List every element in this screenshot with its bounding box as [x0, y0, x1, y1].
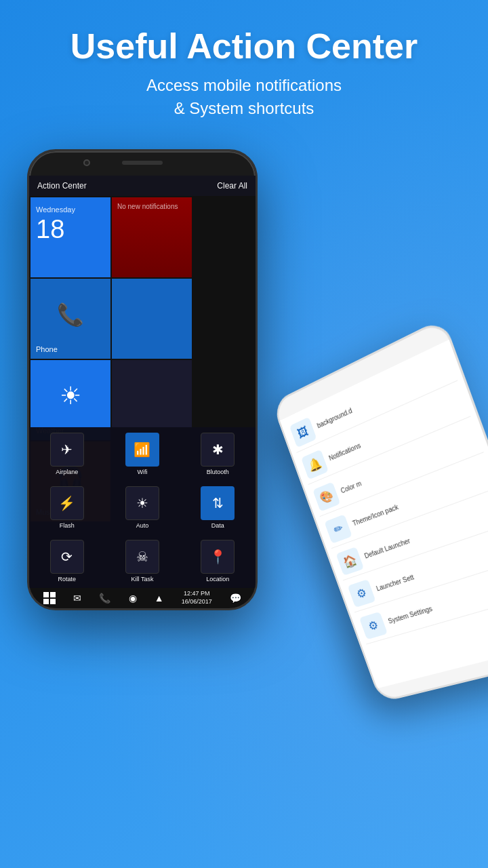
phone-tile-label: Phone	[36, 345, 58, 353]
toggle-killtask[interactable]: ☠ Kill Task	[121, 537, 163, 585]
flash-btn[interactable]: ⚡	[50, 486, 84, 520]
wifi-btn[interactable]: 📶	[125, 433, 159, 467]
notifications-label: Notifications	[328, 441, 362, 462]
toggle-row-2: ⚡ Flash ☀ Auto ⇅ Data	[29, 481, 256, 534]
auto-btn[interactable]: ☀	[125, 486, 159, 520]
up-arrow-icon[interactable]: ▲	[155, 593, 164, 604]
toggle-auto[interactable]: ☀ Auto	[121, 484, 163, 532]
location-label: Location	[206, 576, 229, 583]
rotate-label: Rotate	[58, 576, 76, 583]
color-icon-box: 🎨	[312, 481, 340, 511]
background-label: background.d	[316, 406, 353, 429]
taskbar-date: 16/06/2017	[182, 598, 212, 606]
flash-label: Flash	[60, 522, 75, 529]
messages-icon[interactable]: 💬	[230, 593, 241, 604]
toggle-bluetooth[interactable]: ✱ Blutooth	[197, 430, 239, 478]
location-btn[interactable]: 📍	[201, 540, 235, 574]
tile-day: Wednesday	[36, 205, 75, 214]
windows-logo-icon[interactable]	[43, 592, 56, 604]
page-subtitle: Access mobile notifications & System sho…	[0, 74, 488, 119]
bluetooth-btn[interactable]: ✱	[201, 433, 235, 467]
launcher-icon-box: 🏠	[336, 547, 365, 576]
calendar-tile[interactable]: Wednesday 18	[30, 197, 110, 277]
notifications-icon-box: 🔔	[301, 450, 329, 480]
background-icon-box: 🖼	[289, 417, 317, 448]
toggle-row-3: ⟳ Rotate ☠ Kill Task 📍 Location	[29, 534, 256, 588]
weather-icon: ☀	[60, 382, 81, 410]
mail-icon[interactable]: ✉	[73, 593, 81, 604]
notification-tile: No new notifications	[112, 197, 192, 277]
color-label: Color m	[340, 479, 362, 494]
phone-taskbar-icon[interactable]: 📞	[99, 593, 110, 604]
toggle-location[interactable]: 📍 Location	[197, 537, 239, 585]
phone-body: Action Center Clear All Wednesday 18 No …	[27, 149, 258, 610]
page-title: Useful Action Center	[0, 27, 488, 66]
taskbar-time: 12:47 PM	[182, 590, 212, 598]
action-center-bar: Action Center Clear All	[29, 176, 256, 196]
header-section: Useful Action Center Access mobile notif…	[0, 0, 488, 119]
killtask-label: Kill Task	[131, 576, 154, 583]
action-center-label: Action Center	[37, 181, 87, 191]
launcher-label: Default Launcher	[363, 536, 411, 559]
bluetooth-label: Blutooth	[207, 469, 229, 475]
clear-all-button[interactable]: Clear All	[217, 181, 247, 191]
tile-date: 18	[36, 216, 64, 242]
launcher-settings-icon-box: ⚙	[348, 579, 376, 608]
browser-icon[interactable]: ◉	[129, 593, 137, 604]
toggle-wifi[interactable]: 📶 Wifi	[121, 430, 163, 478]
toggle-airplane[interactable]: ✈ Airplane	[46, 430, 88, 478]
notif-message: No new notifications	[117, 203, 186, 210]
time-display: 12:47 PM 16/06/2017	[182, 590, 212, 606]
toggle-flash[interactable]: ⚡ Flash	[46, 484, 88, 532]
launcher-settings-label: Launcher Sett	[375, 573, 415, 592]
phone-screen: Action Center Clear All Wednesday 18 No …	[29, 176, 256, 588]
phone-tile[interactable]: 📞 Phone	[30, 279, 110, 359]
phone-camera	[83, 159, 90, 166]
phone-icon: 📞	[57, 302, 84, 328]
empty-tile	[112, 279, 192, 359]
toggle-data[interactable]: ⇅ Data	[197, 484, 239, 532]
theme-label: Theme/Icon pack	[352, 503, 399, 527]
quick-toggles-panel: ✈ Airplane 📶 Wifi ✱ Blutooth ⚡	[29, 427, 256, 588]
airplane-label: Airplane	[56, 469, 78, 475]
rotate-btn[interactable]: ⟳	[50, 540, 84, 574]
toggle-row-1: ✈ Airplane 📶 Wifi ✱ Blutooth	[29, 427, 256, 481]
system-label: System Settings	[387, 605, 433, 625]
toggle-rotate[interactable]: ⟳ Rotate	[46, 537, 88, 585]
killtask-btn[interactable]: ☠	[125, 540, 159, 574]
data-btn[interactable]: ⇅	[201, 486, 235, 520]
wifi-label: Wifi	[137, 469, 147, 475]
auto-label: Auto	[136, 522, 149, 529]
primary-phone: Action Center Clear All Wednesday 18 No …	[27, 149, 258, 610]
system-icon-box: ⚙	[359, 612, 388, 639]
phone-speaker	[122, 161, 163, 165]
data-label: Data	[211, 522, 224, 529]
taskbar: ✉ 📞 ◉ ▲ 12:47 PM 16/06/2017 💬	[29, 588, 256, 608]
theme-icon-box: ✏	[324, 514, 352, 543]
airplane-btn[interactable]: ✈	[50, 433, 84, 467]
